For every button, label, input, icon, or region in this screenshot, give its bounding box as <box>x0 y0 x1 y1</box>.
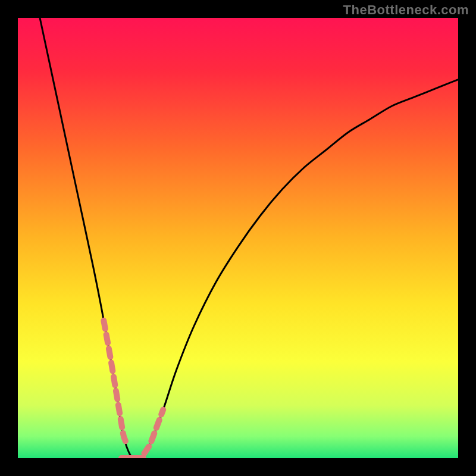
attribution-label: TheBottleneck.com <box>343 2 469 18</box>
bottleneck-chart <box>0 0 476 476</box>
chart-container: TheBottleneck.com <box>0 0 476 476</box>
plot-background <box>18 18 458 458</box>
